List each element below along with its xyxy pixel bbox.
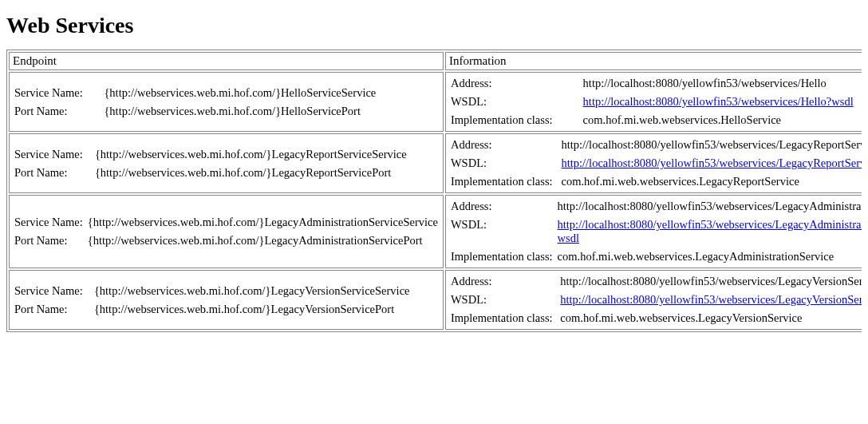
value-impl-class: com.hof.mi.web.webservices.LegacyVersion… — [558, 309, 862, 327]
value-service-name: {http://webservices.web.mi.hof.com/}Hell… — [102, 84, 440, 102]
service-row: Service Name:{http://webservices.web.mi.… — [9, 133, 862, 193]
value-address: http://localhost:8080/yellowfin53/webser… — [559, 136, 862, 154]
value-port-name: {http://webservices.web.mi.hof.com/}Hell… — [102, 102, 440, 121]
label-wsdl: WSDL: — [449, 216, 556, 248]
value-port-name: {http://webservices.web.mi.hof.com/}Lega… — [86, 232, 440, 250]
header-information: Information — [445, 52, 862, 70]
endpoint-cell: Service Name:{http://webservices.web.mi.… — [9, 270, 444, 330]
value-wsdl: http://localhost:8080/yellowfin53/webser… — [558, 291, 862, 309]
value-wsdl: http://localhost:8080/yellowfin53/webser… — [556, 216, 862, 248]
value-impl-class: com.hof.mi.web.webservices.HelloService — [582, 111, 862, 129]
service-row: Service Name:{http://webservices.web.mi.… — [9, 270, 862, 330]
label-service-name: Service Name: — [13, 84, 102, 102]
endpoint-cell: Service Name:{http://webservices.web.mi.… — [9, 72, 444, 132]
table-header-row: Endpoint Information — [9, 52, 862, 70]
information-cell: Address:http://localhost:8080/yellowfin5… — [445, 133, 862, 193]
label-impl-class: Implementation class: — [449, 172, 560, 191]
wsdl-link[interactable]: http://localhost:8080/yellowfin53/webser… — [561, 157, 862, 169]
value-service-name: {http://webservices.web.mi.hof.com/}Lega… — [93, 282, 440, 300]
label-impl-class: Implementation class: — [449, 309, 558, 327]
value-port-name: {http://webservices.web.mi.hof.com/}Lega… — [93, 300, 440, 319]
label-address: Address: — [449, 136, 560, 154]
label-impl-class: Implementation class: — [449, 111, 582, 129]
label-impl-class: Implementation class: — [449, 248, 556, 266]
label-service-name: Service Name: — [13, 213, 86, 232]
wsdl-link[interactable]: http://localhost:8080/yellowfin53/webser… — [558, 218, 862, 244]
information-cell: Address:http://localhost:8080/yellowfin5… — [445, 270, 862, 330]
label-port-name: Port Name: — [13, 164, 93, 182]
wsdl-link[interactable]: http://localhost:8080/yellowfin53/webser… — [583, 95, 854, 108]
label-address: Address: — [449, 272, 558, 291]
label-service-name: Service Name: — [13, 282, 93, 300]
information-cell: Address:http://localhost:8080/yellowfin5… — [445, 195, 862, 268]
value-service-name: {http://webservices.web.mi.hof.com/}Lega… — [86, 213, 440, 232]
value-impl-class: com.hof.mi.web.webservices.LegacyAdminis… — [556, 248, 862, 266]
endpoint-cell: Service Name:{http://webservices.web.mi.… — [9, 195, 444, 268]
value-port-name: {http://webservices.web.mi.hof.com/}Lega… — [93, 164, 440, 182]
label-port-name: Port Name: — [13, 102, 102, 121]
value-impl-class: com.hof.mi.web.webservices.LegacyReportS… — [559, 172, 862, 191]
label-wsdl: WSDL: — [449, 154, 560, 172]
label-port-name: Port Name: — [13, 300, 93, 319]
label-port-name: Port Name: — [13, 232, 86, 250]
label-address: Address: — [449, 197, 556, 216]
header-endpoint: Endpoint — [9, 52, 444, 70]
value-address: http://localhost:8080/yellowfin53/webser… — [582, 74, 862, 93]
services-table: Endpoint Information Service Name:{http:… — [6, 50, 862, 332]
label-service-name: Service Name: — [13, 145, 93, 164]
wsdl-link[interactable]: http://localhost:8080/yellowfin53/webser… — [560, 293, 862, 306]
value-address: http://localhost:8080/yellowfin53/webser… — [556, 197, 862, 216]
service-row: Service Name:{http://webservices.web.mi.… — [9, 195, 862, 268]
value-wsdl: http://localhost:8080/yellowfin53/webser… — [582, 93, 862, 111]
value-address: http://localhost:8080/yellowfin53/webser… — [558, 272, 862, 291]
value-service-name: {http://webservices.web.mi.hof.com/}Lega… — [93, 145, 440, 164]
information-cell: Address:http://localhost:8080/yellowfin5… — [445, 72, 862, 132]
service-row: Service Name:{http://webservices.web.mi.… — [9, 72, 862, 132]
value-wsdl: http://localhost:8080/yellowfin53/webser… — [559, 154, 862, 172]
label-wsdl: WSDL: — [449, 291, 558, 309]
label-wsdl: WSDL: — [449, 93, 582, 111]
label-address: Address: — [449, 74, 582, 93]
endpoint-cell: Service Name:{http://webservices.web.mi.… — [9, 133, 444, 193]
page-title: Web Services — [6, 13, 862, 38]
